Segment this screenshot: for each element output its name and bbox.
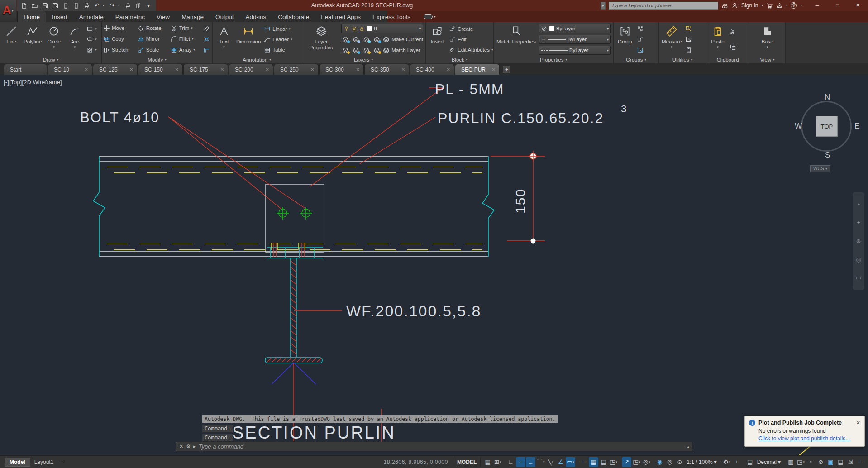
insert-block-button[interactable]: Insert — [427, 23, 447, 56]
redo-icon[interactable]: ↷ — [108, 1, 117, 10]
linear-dimension-button[interactable]: Linear▾ — [264, 24, 292, 34]
select-similar-button[interactable] — [685, 34, 692, 44]
command-customize-wrench-icon[interactable]: ⚙ — [186, 444, 191, 449]
connect-cloud-button[interactable]: ▾ — [421, 11, 439, 22]
search-history-arrow-icon[interactable]: ▸ — [601, 2, 606, 10]
quick-select-button[interactable] — [685, 24, 692, 34]
hatch-button[interactable]: ▾ — [86, 45, 97, 55]
ribbon-tab-featured-apps[interactable]: Featured Apps — [315, 11, 367, 22]
trim-button[interactable]: Trim▾ — [171, 23, 201, 33]
panel-label-layers[interactable]: Layers▾ — [301, 56, 425, 63]
command-history-scroll-icon[interactable]: ▴ — [687, 444, 689, 449]
layer-on-tool[interactable] — [341, 47, 350, 54]
ribbon-tab-output[interactable]: Output — [210, 11, 240, 22]
lineweight-display-toggle[interactable]: ≡ — [579, 457, 588, 467]
3d-object-snap-toggle[interactable]: ◳▾ — [609, 457, 618, 467]
lineweight-dropdown[interactable]: ☰ ByLayer ▾ — [539, 35, 611, 44]
ellipse-button[interactable]: ▾ — [86, 34, 97, 44]
ribbon-tab-annotate[interactable]: Annotate — [73, 11, 110, 22]
pan-icon[interactable]: + — [857, 219, 860, 226]
panel-label-properties[interactable]: Properties▾ — [494, 56, 613, 63]
search-icon[interactable] — [721, 2, 728, 9]
file-tab-sc-10[interactable]: SC-10✕ — [48, 64, 92, 75]
save-to-mobile-icon[interactable] — [61, 1, 70, 10]
linetype-dropdown[interactable]: ByLayer ▾ — [539, 46, 611, 55]
autodesk-caret-icon[interactable]: ▾ — [786, 4, 788, 7]
file-tab-sc-200[interactable]: SC-200✕ — [229, 64, 273, 75]
measure-caret-icon[interactable]: ▾ — [671, 45, 673, 49]
viewcube-west[interactable]: W — [795, 122, 802, 131]
group-selection-toggle[interactable] — [637, 45, 644, 55]
notification-details-link[interactable]: Click to view plot and publish details..… — [758, 435, 860, 442]
linetype-caret-icon[interactable]: ▾ — [607, 48, 609, 53]
autodesk-logo-icon[interactable] — [776, 2, 783, 9]
undo-icon-caret[interactable]: ▾ — [103, 4, 106, 7]
panel-label-groups[interactable]: Groups▾ — [614, 56, 658, 63]
autoscale-toggle[interactable]: ◎ — [665, 457, 674, 467]
units-icon[interactable]: ▤ — [745, 457, 755, 467]
viewcube-north[interactable]: N — [825, 93, 830, 102]
panel-label-draw[interactable]: Draw▾ — [0, 56, 101, 63]
fillet-button[interactable]: Fillet▾ — [171, 34, 201, 44]
command-close-icon[interactable]: ✕ — [179, 444, 183, 449]
layer-lock-tool[interactable] — [372, 36, 381, 43]
panel-label-modify[interactable]: Modify▾ — [102, 56, 212, 63]
help-search-input[interactable] — [609, 2, 718, 10]
dimension-button[interactable]: Dimension — [235, 23, 262, 56]
file-tab-sc-350[interactable]: SC-350✕ — [364, 64, 409, 75]
file-tab-close-icon[interactable]: ✕ — [311, 67, 315, 72]
edit-attributes-button[interactable]: Edit Attributes▾ — [449, 45, 493, 55]
navigation-bar[interactable]: ◔ + ⊕ ◎ ▭ — [853, 192, 864, 290]
arc-button[interactable]: Arc ▾ — [65, 23, 85, 56]
panel-label-view[interactable]: View▾ — [749, 56, 785, 63]
open-icon[interactable] — [30, 1, 39, 10]
file-tab-start[interactable]: Start — [4, 64, 47, 75]
explode-button[interactable] — [203, 34, 210, 44]
clean-screen-toggle[interactable]: + — [732, 457, 742, 467]
viewcube[interactable]: N W E S TOP — [797, 95, 857, 162]
selection-filtering-toggle[interactable]: ◳▾ — [632, 457, 641, 467]
match-layer-button[interactable]: Match Layer — [383, 45, 420, 55]
customization-menu[interactable]: ≡ — [856, 457, 865, 467]
layout1-tab[interactable]: Layout1 — [30, 458, 58, 466]
file-tab-sec-pur[interactable]: SEC-PUR✕ — [455, 64, 500, 75]
qat-menu-icon[interactable]: ▾ — [144, 1, 153, 10]
group-edit-button[interactable] — [637, 34, 644, 44]
layer-unisolate-tool[interactable] — [352, 47, 360, 54]
layer-properties-button[interactable]: Layer Properties — [303, 23, 339, 56]
text-caret-icon[interactable]: ▾ — [223, 45, 225, 49]
graphics-performance[interactable]: ⊘ — [816, 457, 825, 467]
stretch-button[interactable]: Stretch — [103, 45, 135, 55]
help-button[interactable]: ? — [791, 2, 797, 9]
file-tab-close-icon[interactable]: ✕ — [447, 67, 450, 72]
gizmo-toggle[interactable]: ◎▾ — [642, 457, 651, 467]
plot-tray-icon[interactable]: ▣ — [826, 457, 835, 467]
qnew-icon[interactable] — [19, 1, 29, 10]
layer-dropdown[interactable]: 0 ▾ — [341, 24, 423, 33]
measure-button[interactable]: Measure ▾ — [660, 23, 683, 56]
scale-button[interactable]: Scale — [138, 45, 168, 55]
object-snap-toggle[interactable]: ▭▾ — [566, 457, 575, 467]
units-value[interactable]: Decimal▾ — [755, 459, 782, 465]
showmotion-icon[interactable]: ▭ — [856, 274, 861, 281]
ribbon-tab-view[interactable]: View — [151, 11, 176, 22]
restore-button[interactable]: □ — [827, 0, 848, 10]
dynamic-input-toggle[interactable]: ⌐ — [516, 457, 525, 467]
text-button[interactable]: Text ▾ — [214, 23, 234, 56]
ribbon-tab-collaborate[interactable]: Collaborate — [272, 11, 315, 22]
circle-caret-icon[interactable]: ▾ — [53, 45, 55, 49]
infer-constraints-toggle[interactable]: ∟ — [506, 457, 515, 467]
grid-display-toggle[interactable]: ▦ — [483, 457, 492, 467]
color-caret-icon[interactable]: ▾ — [607, 27, 609, 31]
batch-plot-icon[interactable] — [123, 1, 132, 10]
paste-button[interactable]: Paste ▾ — [708, 23, 728, 56]
layer-isolate-tool[interactable] — [352, 36, 360, 43]
file-tab-close-icon[interactable]: ✕ — [401, 67, 405, 72]
dynamic-ucs-toggle[interactable]: ↗ — [622, 457, 631, 467]
file-tab-sc-300[interactable]: SC-300✕ — [319, 64, 364, 75]
copy-button[interactable]: Copy — [103, 34, 135, 44]
quick-calculator-button[interactable] — [685, 45, 692, 55]
arc-caret-icon[interactable]: ▾ — [74, 45, 76, 49]
ribbon-tab-manage[interactable]: Manage — [176, 11, 210, 22]
annotation-scale-value[interactable]: 1:1 / 100%▾ — [685, 459, 718, 465]
